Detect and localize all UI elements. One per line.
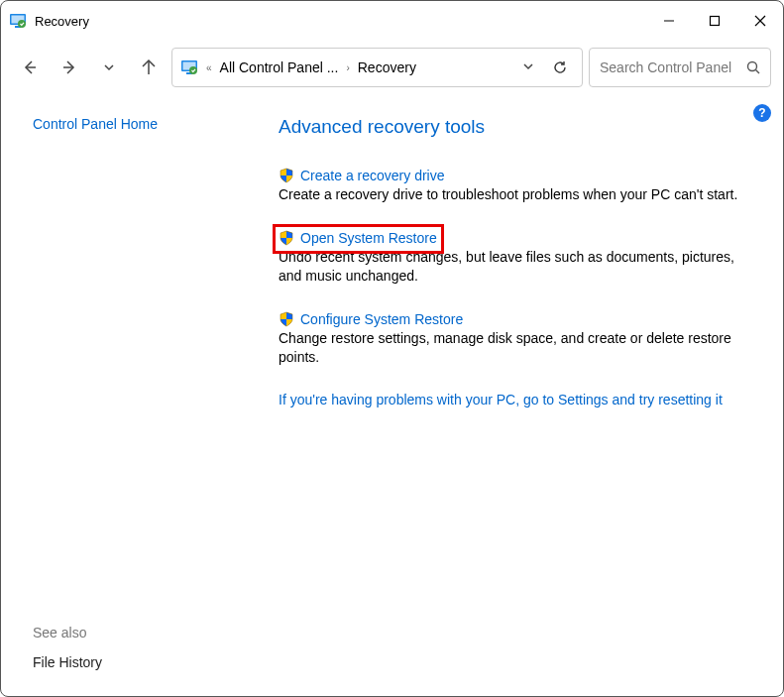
open-system-restore-link[interactable]: Open System Restore: [300, 230, 437, 246]
create-recovery-drive-link[interactable]: Create a recovery drive: [300, 168, 445, 183]
breadcrumb-segment[interactable]: Recovery: [358, 59, 416, 75]
sidebar: Control Panel Home See also File History: [1, 94, 243, 696]
navbar: « All Control Panel ... › Recovery Searc…: [1, 41, 783, 94]
item-description: Undo recent system changes, but leave fi…: [279, 248, 747, 286]
minimize-button[interactable]: [646, 1, 692, 41]
control-panel-home-link[interactable]: Control Panel Home: [33, 116, 225, 132]
help-icon[interactable]: ?: [753, 104, 771, 122]
breadcrumb-chevron-icon[interactable]: ›: [344, 62, 351, 73]
see-also-label: See also: [33, 625, 225, 640]
recovery-item-create-drive: Create a recovery drive Create a recover…: [279, 168, 747, 204]
up-button[interactable]: [132, 51, 166, 84]
shield-icon: [279, 168, 294, 183]
item-description: Create a recovery drive to troubleshoot …: [279, 185, 747, 204]
main-content: ? Advanced recovery tools Create a recov…: [243, 94, 783, 696]
window-controls: [646, 1, 783, 41]
window-title: Recovery: [35, 14, 89, 29]
recovery-item-configure-restore: Configure System Restore Change restore …: [279, 311, 747, 367]
window: Recovery « All Con: [0, 0, 784, 697]
page-heading: Advanced recovery tools: [279, 116, 747, 138]
recent-locations-dropdown[interactable]: [92, 51, 126, 84]
body: Control Panel Home See also File History…: [1, 94, 783, 696]
reset-pc-link[interactable]: If you're having problems with your PC, …: [279, 392, 723, 407]
app-icon: [9, 12, 27, 30]
maximize-button[interactable]: [692, 1, 737, 41]
configure-system-restore-link[interactable]: Configure System Restore: [300, 311, 463, 327]
search-icon: [746, 60, 760, 74]
svg-rect-5: [711, 17, 720, 26]
address-dropdown[interactable]: [516, 59, 540, 75]
recovery-item-open-system-restore: Open System Restore Undo recent system c…: [279, 230, 747, 286]
shield-icon: [279, 230, 294, 246]
file-history-link[interactable]: File History: [33, 654, 225, 670]
forward-button[interactable]: [53, 51, 86, 84]
svg-point-11: [748, 62, 757, 71]
refresh-button[interactable]: [546, 59, 574, 75]
address-bar[interactable]: « All Control Panel ... › Recovery: [171, 48, 583, 87]
close-button[interactable]: [737, 1, 783, 41]
search-placeholder: Search Control Panel: [600, 59, 731, 75]
breadcrumb-segment[interactable]: All Control Panel ...: [220, 59, 339, 75]
breadcrumb-guillemet-icon[interactable]: «: [204, 62, 214, 73]
address-icon: [180, 58, 198, 76]
titlebar: Recovery: [1, 1, 783, 41]
shield-icon: [279, 311, 294, 327]
back-button[interactable]: [13, 51, 47, 84]
svg-line-12: [756, 70, 760, 74]
search-input[interactable]: Search Control Panel: [589, 48, 771, 87]
item-description: Change restore settings, manage disk spa…: [279, 329, 747, 367]
